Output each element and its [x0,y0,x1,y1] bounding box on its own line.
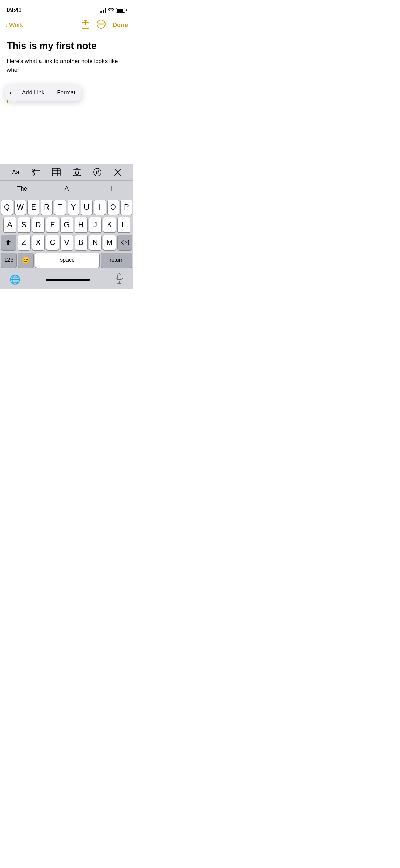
key-d[interactable]: D [32,217,44,232]
key-f[interactable]: F [46,217,59,232]
nav-actions: Done [81,19,128,31]
back-button[interactable]: ‹ Work [5,21,23,29]
note-title: This is my first note [7,40,127,52]
key-b[interactable]: B [75,235,87,250]
key-y[interactable]: Y [68,200,79,215]
key-h[interactable]: H [75,217,87,232]
globe-icon[interactable]: 🌐 [9,274,20,285]
autocomplete-item-2[interactable]: A [44,185,89,192]
table-icon[interactable] [49,165,64,180]
key-w[interactable]: W [15,200,26,215]
status-time: 09:41 [7,7,21,14]
context-menu-add-link[interactable]: Add Link [16,85,51,101]
key-g[interactable]: G [61,217,73,232]
svg-rect-9 [52,168,60,176]
status-icons [100,7,127,13]
svg-point-2 [98,23,100,25]
emoji-key[interactable]: 😊 [18,253,33,268]
key-row-4: 123 😊 space return [1,253,132,268]
key-e[interactable]: E [28,200,39,215]
autocomplete-item-3[interactable]: I [89,185,133,192]
status-bar: 09:41 [0,0,133,17]
done-button[interactable]: Done [113,22,128,29]
key-o[interactable]: O [108,200,119,215]
keyboard-dismiss-icon[interactable] [110,165,125,180]
key-x[interactable]: X [32,235,44,250]
key-k[interactable]: K [103,217,116,232]
key-u[interactable]: U [81,200,92,215]
markup-icon[interactable] [90,165,105,180]
note-body: Here's what a link to another note looks… [7,57,127,74]
microphone-icon[interactable] [115,273,124,286]
battery-icon [116,8,127,13]
home-indicator [46,279,90,281]
key-n[interactable]: N [89,235,101,250]
key-j[interactable]: J [89,217,101,232]
context-menu-format[interactable]: Format [51,85,81,101]
keyboard: The A I Q W E R T Y U I O P A S D F G H … [0,181,133,289]
note-content-area[interactable]: This is my first note Here's what a link… [0,35,133,108]
key-z[interactable]: Z [18,235,30,250]
share-icon[interactable] [81,19,90,31]
font-format-icon[interactable]: Aa [8,165,23,180]
back-chevron-icon: ‹ [5,21,8,29]
key-m[interactable]: M [103,235,116,250]
svg-rect-19 [118,274,121,280]
checklist-icon[interactable] [28,165,43,180]
return-key[interactable]: return [101,253,132,268]
key-i[interactable]: I [94,200,106,215]
key-q[interactable]: Q [1,200,13,215]
key-t[interactable]: T [54,200,65,215]
svg-point-15 [75,171,79,175]
space-key[interactable]: space [35,253,99,268]
key-row-2: A S D F G H J K L [1,217,132,232]
svg-point-7 [32,173,35,175]
key-row-3: Z X C V B N M [1,235,132,250]
key-r[interactable]: R [41,200,52,215]
autocomplete-bar: The A I [0,181,133,197]
key-c[interactable]: C [46,235,59,250]
key-l[interactable]: L [118,217,130,232]
svg-point-5 [32,169,35,172]
more-icon[interactable] [96,19,106,31]
delete-key[interactable] [118,235,132,250]
camera-icon[interactable] [70,165,84,180]
svg-point-3 [100,23,102,25]
autocomplete-item-1[interactable]: The [0,185,44,192]
back-label: Work [9,22,23,29]
key-p[interactable]: P [121,200,132,215]
signal-icon [100,8,106,13]
wifi-icon [108,7,114,13]
numeric-key[interactable]: 123 [1,253,16,268]
key-s[interactable]: S [18,217,30,232]
key-row-1: Q W E R T Y U I O P [1,200,132,215]
nav-bar: ‹ Work Done [0,17,133,35]
context-menu: ‹ Add Link Format [5,85,81,101]
shift-key[interactable] [1,235,16,250]
svg-point-4 [102,23,104,25]
key-rows: Q W E R T Y U I O P A S D F G H J K L [0,197,133,272]
key-a[interactable]: A [4,217,16,232]
context-menu-back-chevron[interactable]: ‹ [5,85,16,101]
svg-point-16 [94,168,101,176]
formatting-toolbar: Aa [0,164,133,181]
key-v[interactable]: V [61,235,73,250]
